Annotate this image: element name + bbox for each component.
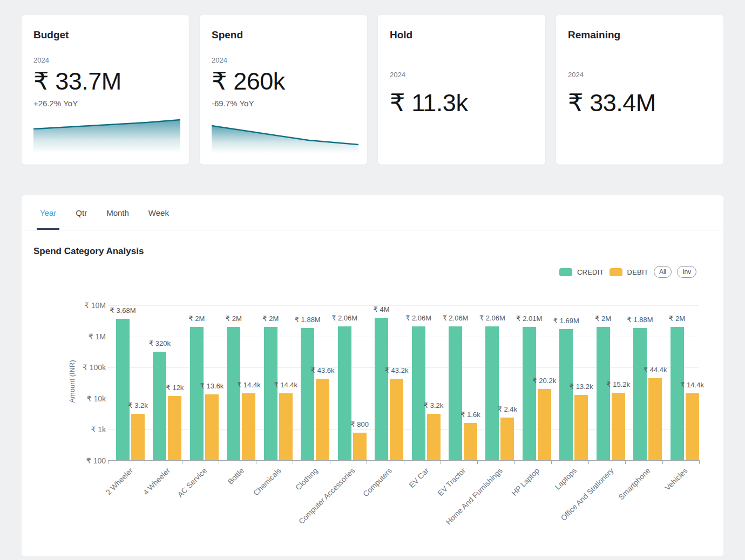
debit-bar[interactable] <box>538 389 551 460</box>
x-axis-tick <box>293 460 293 464</box>
credit-bar[interactable] <box>523 327 536 460</box>
debit-bar[interactable] <box>686 393 699 460</box>
gridline <box>108 305 699 306</box>
x-axis-tick <box>219 460 219 464</box>
x-axis-label: Bottle <box>226 466 246 486</box>
bar-value-label: ₹ 4M <box>374 305 390 313</box>
bar-value-label: ₹ 2M <box>226 315 242 323</box>
x-axis-label: Vehicles <box>663 466 689 492</box>
bar-value-label: ₹ 13.6k <box>200 382 224 390</box>
bar-value-label: ₹ 2M <box>669 315 685 323</box>
x-axis-tick <box>551 460 552 464</box>
bar-value-label: ₹ 2.06M <box>442 314 468 322</box>
credit-bar[interactable] <box>412 326 425 460</box>
debit-bar[interactable] <box>648 378 662 460</box>
x-axis-label: Laptops <box>553 466 578 491</box>
y-axis-tick-label: ₹ 1M <box>89 332 106 341</box>
x-axis-label: 4 Wheeler <box>141 466 172 496</box>
x-axis-tick <box>441 460 441 464</box>
bar-value-label: ₹ 14.4k <box>680 381 704 389</box>
bar-value-label: ₹ 13.2k <box>570 383 593 391</box>
bar-value-label: ₹ 2.01M <box>516 315 542 323</box>
debit-bar[interactable] <box>168 396 181 460</box>
debit-bar[interactable] <box>427 414 441 460</box>
x-axis-label: AC Service <box>176 466 209 499</box>
y-axis-title: Amount (INR) <box>68 360 76 402</box>
credit-bar[interactable] <box>597 327 610 460</box>
bar-value-label: ₹ 12k <box>166 384 184 392</box>
x-axis-tick <box>330 460 330 464</box>
bar-value-label: ₹ 1.88M <box>627 316 653 324</box>
debit-bar[interactable] <box>612 393 625 460</box>
y-axis-tick-label: ₹ 100k <box>83 363 106 372</box>
bar-value-label: ₹ 2.06M <box>479 314 505 322</box>
debit-bar[interactable] <box>131 414 145 460</box>
bar-value-label: ₹ 3.68M <box>110 306 136 315</box>
bar-value-label: ₹ 43.6k <box>311 366 335 374</box>
x-axis-tick <box>699 460 700 464</box>
x-axis-tick <box>588 460 589 464</box>
debit-bar[interactable] <box>205 394 219 460</box>
debit-bar[interactable] <box>500 418 514 460</box>
x-axis-label: Clothing <box>294 466 320 492</box>
debit-bar[interactable] <box>464 423 477 460</box>
x-axis-tick <box>182 460 182 464</box>
x-axis-label: EV Car <box>407 466 430 489</box>
debit-bar[interactable] <box>279 393 293 460</box>
bar-value-label: ₹ 2M <box>188 315 205 323</box>
spend-category-bar-chart: ₹ 10M₹ 1M₹ 100k₹ 10k₹ 1k₹ 100Amount (INR… <box>0 0 745 560</box>
bar-value-label: ₹ 20.2k <box>532 377 556 385</box>
debit-bar[interactable] <box>353 433 367 460</box>
y-axis-tick-label: ₹ 10k <box>87 394 106 403</box>
bar-value-label: ₹ 1.6k <box>460 411 480 419</box>
x-axis-label: Chemicals <box>252 466 283 497</box>
credit-bar[interactable] <box>153 352 166 460</box>
x-axis-tick <box>662 460 663 464</box>
bar-value-label: ₹ 1.88M <box>295 316 321 324</box>
credit-bar[interactable] <box>338 326 351 460</box>
debit-bar[interactable] <box>390 379 403 460</box>
bar-value-label: ₹ 3.2k <box>128 401 147 409</box>
credit-bar[interactable] <box>485 326 499 460</box>
x-axis-tick <box>625 460 626 464</box>
credit-bar[interactable] <box>449 326 462 460</box>
bar-value-label: ₹ 15.2k <box>606 380 630 388</box>
x-axis-tick <box>108 460 109 464</box>
bar-value-label: ₹ 320k <box>149 339 171 347</box>
credit-bar[interactable] <box>264 327 277 460</box>
debit-bar[interactable] <box>316 379 329 460</box>
x-axis-label: EV Tractor <box>436 466 467 497</box>
x-axis-label: 2 Wheeler <box>104 466 134 496</box>
x-axis-tick <box>404 460 404 464</box>
credit-bar[interactable] <box>301 328 314 460</box>
credit-bar[interactable] <box>227 327 240 460</box>
bar-value-label: ₹ 2.4k <box>498 405 517 413</box>
bar-value-label: ₹ 2M <box>595 315 611 323</box>
credit-bar[interactable] <box>633 328 647 460</box>
bar-value-label: ₹ 2.06M <box>331 314 357 322</box>
x-axis-label: Computers <box>361 466 394 498</box>
y-axis-tick-label: ₹ 10M <box>84 301 106 310</box>
dashboard-page: Budget 2024 ₹ 33.7M +26.2% YoY Spend 202… <box>0 0 745 560</box>
bar-value-label: ₹ 14.4k <box>237 381 261 389</box>
debit-bar[interactable] <box>242 393 255 460</box>
bar-value-label: ₹ 3.2k <box>424 401 443 409</box>
x-axis-tick <box>256 460 256 464</box>
credit-bar[interactable] <box>670 327 684 460</box>
y-axis-tick-label: ₹ 100 <box>86 456 106 465</box>
x-axis-tick <box>367 460 367 464</box>
x-axis-tick <box>145 460 145 464</box>
y-axis-tick-label: ₹ 1k <box>91 425 106 434</box>
x-axis-tick <box>514 460 515 464</box>
bar-value-label: ₹ 44.4k <box>644 366 667 374</box>
credit-bar[interactable] <box>559 329 573 460</box>
bar-value-label: ₹ 43.2k <box>385 366 409 374</box>
bar-value-label: ₹ 2.06M <box>405 314 431 322</box>
credit-bar[interactable] <box>116 319 130 460</box>
bar-value-label: ₹ 14.4k <box>274 381 297 389</box>
bar-value-label: ₹ 1.69M <box>553 317 579 325</box>
credit-bar[interactable] <box>190 327 204 460</box>
bar-value-label: ₹ 800 <box>350 420 369 428</box>
credit-bar[interactable] <box>375 318 388 460</box>
debit-bar[interactable] <box>574 395 588 460</box>
